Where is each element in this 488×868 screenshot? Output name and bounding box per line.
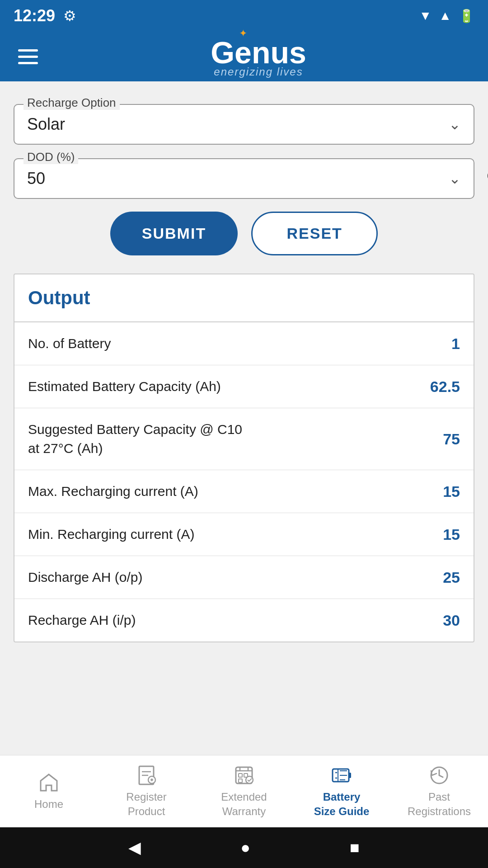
dod-chevron-icon: ⌄ — [449, 170, 461, 187]
output-row: Suggested Battery Capacity @ C10 at 27°C… — [14, 408, 474, 470]
output-row-label: Min. Recharging current (A) — [28, 525, 194, 544]
nav-register-product-label: RegisterProduct — [126, 790, 166, 818]
output-row: Estimated Battery Capacity (Ah) 62.5 — [14, 365, 474, 408]
status-bar: 12:29 ⚙ ▼ ▲ 🔋 — [0, 0, 488, 32]
past-registrations-icon — [428, 764, 450, 786]
status-time: 12:29 — [14, 6, 55, 25]
logo-g: G — [211, 35, 235, 70]
nav-past-registrations[interactable]: PastRegistrations — [390, 760, 488, 822]
sun-dot-icon: ✦ — [239, 28, 247, 39]
extended-warranty-icon — [233, 764, 255, 786]
svg-rect-10 — [239, 774, 242, 777]
nav-past-registrations-label: PastRegistrations — [408, 790, 471, 818]
output-row-value: 15 — [443, 483, 460, 500]
status-left: 12:29 ⚙ — [14, 6, 76, 25]
battery-size-guide-icon — [331, 764, 352, 786]
output-row-value: 62.5 — [430, 378, 460, 396]
wifi-icon: ▼ — [419, 9, 432, 23]
submit-button[interactable]: SUBMIT — [110, 212, 238, 255]
nav-home[interactable]: Home — [0, 767, 98, 816]
output-row: Max. Recharging current (A) 15 — [14, 470, 474, 513]
dod-field: DOD (%) 50 ⌄ % — [14, 158, 474, 199]
logo-sun-e: e ✦ — [235, 35, 252, 70]
output-table: Output No. of Battery 1 Estimated Batter… — [14, 274, 474, 642]
svg-rect-15 — [349, 773, 351, 778]
output-row-label: Suggested Battery Capacity @ C10 at 27°C… — [28, 420, 254, 458]
output-rows: No. of Battery 1 Estimated Battery Capac… — [14, 322, 474, 642]
logo-nus: nus — [252, 35, 306, 70]
recents-button[interactable]: ■ — [350, 838, 360, 857]
dod-select[interactable]: 50 ⌄ — [14, 159, 474, 198]
bottom-nav: Home RegisterProduct ExtendedWarranty — [0, 755, 488, 827]
recharge-option-container: Recharge Option Solar ⌄ — [14, 104, 474, 145]
home-icon — [38, 772, 60, 793]
svg-point-13 — [246, 776, 253, 783]
output-row-label: No. of Battery — [28, 334, 111, 353]
nav-register-product[interactable]: RegisterProduct — [98, 760, 195, 822]
logo: G e ✦ nus — [211, 35, 306, 70]
output-row-label: Discharge AH (o/p) — [28, 568, 142, 587]
main-content: Recharge Option Solar ⌄ DOD (%) 50 ⌄ % S… — [0, 81, 488, 755]
reset-button[interactable]: RESET — [251, 212, 378, 255]
hamburger-menu[interactable] — [14, 45, 42, 69]
output-row: Min. Recharging current (A) 15 — [14, 513, 474, 556]
home-button[interactable]: ● — [240, 838, 250, 857]
output-header: Output — [14, 274, 474, 322]
recharge-chevron-icon: ⌄ — [449, 116, 461, 133]
logo-wrapper: G e ✦ nus energizing lives — [211, 35, 306, 78]
nav-home-label: Home — [34, 797, 63, 811]
button-row: SUBMIT RESET — [14, 212, 474, 255]
register-product-icon — [136, 764, 157, 786]
recharge-option-field: Recharge Option Solar ⌄ — [14, 104, 474, 145]
svg-rect-12 — [239, 779, 242, 783]
dod-value: 50 — [27, 169, 45, 188]
output-title: Output — [28, 287, 90, 308]
logo-subtitle: energizing lives — [214, 66, 303, 78]
android-nav-bar: ◀ ● ■ — [0, 827, 488, 868]
output-row-label: Recharge AH (i/p) — [28, 611, 136, 630]
nav-battery-size-guide[interactable]: BatterySize Guide — [293, 760, 390, 822]
nav-extended-warranty-label: ExtendedWarranty — [221, 790, 267, 818]
output-row-label: Max. Recharging current (A) — [28, 482, 198, 501]
dod-label: DOD (%) — [23, 150, 78, 164]
output-row: Discharge AH (o/p) 25 — [14, 556, 474, 599]
signal-icon: ▲ — [439, 9, 451, 23]
back-button[interactable]: ◀ — [128, 838, 141, 857]
output-row: Recharge AH (i/p) 30 — [14, 599, 474, 642]
settings-icon: ⚙ — [63, 7, 76, 24]
nav-extended-warranty[interactable]: ExtendedWarranty — [195, 760, 293, 822]
output-row-value: 1 — [451, 335, 460, 353]
nav-battery-size-guide-label: BatterySize Guide — [314, 790, 370, 818]
output-row-value: 30 — [443, 612, 460, 629]
output-row: No. of Battery 1 — [14, 322, 474, 365]
output-row-value: 75 — [443, 430, 460, 448]
dod-container: DOD (%) 50 ⌄ — [14, 158, 474, 199]
output-row-value: 15 — [443, 526, 460, 543]
battery-icon: 🔋 — [459, 9, 474, 24]
recharge-option-select[interactable]: Solar ⌄ — [14, 105, 474, 144]
logo-area: G e ✦ nus energizing lives — [42, 35, 474, 78]
output-row-label: Estimated Battery Capacity (Ah) — [28, 377, 221, 396]
header: G e ✦ nus energizing lives — [0, 32, 488, 81]
status-right: ▼ ▲ 🔋 — [419, 9, 474, 24]
recharge-option-value: Solar — [27, 115, 65, 134]
output-row-value: 25 — [443, 569, 460, 586]
recharge-option-label: Recharge Option — [23, 96, 120, 110]
